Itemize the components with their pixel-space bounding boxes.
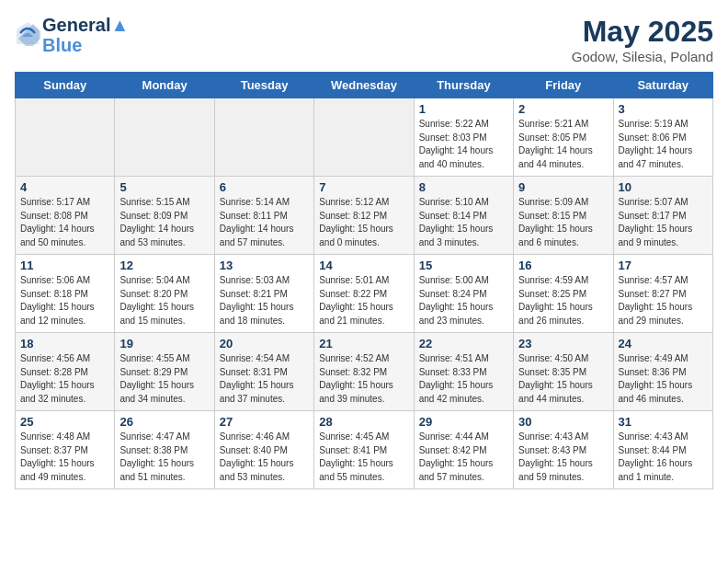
day-number: 25 bbox=[20, 415, 109, 429]
day-number: 6 bbox=[220, 180, 309, 194]
page-header: General▲ Blue May 2025 Godow, Silesia, P… bbox=[15, 15, 713, 64]
location: Godow, Silesia, Poland bbox=[572, 49, 713, 64]
day-cell bbox=[115, 98, 214, 177]
day-info: Sunrise: 4:55 AMSunset: 8:29 PMDaylight:… bbox=[119, 352, 209, 406]
week-row-3: 11Sunrise: 5:06 AMSunset: 8:18 PMDayligh… bbox=[16, 255, 713, 333]
day-number: 22 bbox=[419, 337, 508, 350]
day-number: 19 bbox=[119, 337, 209, 350]
weekday-header-row: SundayMondayTuesdayWednesdayThursdayFrid… bbox=[16, 73, 713, 98]
week-row-2: 4Sunrise: 5:17 AMSunset: 8:08 PMDaylight… bbox=[16, 177, 713, 255]
day-cell bbox=[16, 98, 115, 177]
day-info: Sunrise: 5:04 AMSunset: 8:20 PMDaylight:… bbox=[119, 274, 209, 327]
day-info: Sunrise: 4:45 AMSunset: 8:41 PMDaylight:… bbox=[319, 431, 408, 484]
day-cell: 30Sunrise: 4:43 AMSunset: 8:43 PMDayligh… bbox=[514, 411, 613, 489]
calendar-table: SundayMondayTuesdayWednesdayThursdayFrid… bbox=[15, 72, 713, 489]
day-info: Sunrise: 4:50 AMSunset: 8:35 PMDaylight:… bbox=[518, 352, 608, 406]
day-number: 9 bbox=[518, 180, 608, 194]
day-info: Sunrise: 4:59 AMSunset: 8:25 PMDaylight:… bbox=[518, 274, 608, 327]
day-cell: 21Sunrise: 4:52 AMSunset: 8:32 PMDayligh… bbox=[314, 333, 414, 411]
day-cell: 22Sunrise: 4:51 AMSunset: 8:33 PMDayligh… bbox=[414, 333, 513, 411]
day-cell: 12Sunrise: 5:04 AMSunset: 8:20 PMDayligh… bbox=[115, 255, 214, 333]
day-info: Sunrise: 5:14 AMSunset: 8:11 PMDaylight:… bbox=[220, 196, 309, 249]
day-cell: 11Sunrise: 5:06 AMSunset: 8:18 PMDayligh… bbox=[16, 255, 115, 333]
day-number: 8 bbox=[419, 180, 508, 194]
day-number: 16 bbox=[518, 259, 608, 272]
logo-icon bbox=[15, 20, 40, 46]
weekday-monday: Monday bbox=[115, 73, 214, 98]
day-number: 11 bbox=[20, 259, 109, 272]
day-info: Sunrise: 4:52 AMSunset: 8:32 PMDaylight:… bbox=[319, 352, 408, 406]
day-cell bbox=[314, 98, 414, 177]
day-info: Sunrise: 4:51 AMSunset: 8:33 PMDaylight:… bbox=[419, 352, 508, 406]
weekday-saturday: Saturday bbox=[613, 73, 712, 98]
day-number: 14 bbox=[319, 259, 408, 272]
day-cell: 16Sunrise: 4:59 AMSunset: 8:25 PMDayligh… bbox=[514, 255, 613, 333]
day-cell: 23Sunrise: 4:50 AMSunset: 8:35 PMDayligh… bbox=[514, 333, 613, 411]
month-title: May 2025 bbox=[572, 15, 713, 49]
day-cell: 10Sunrise: 5:07 AMSunset: 8:17 PMDayligh… bbox=[613, 177, 712, 255]
weekday-sunday: Sunday bbox=[16, 73, 115, 98]
day-cell: 8Sunrise: 5:10 AMSunset: 8:14 PMDaylight… bbox=[414, 177, 513, 255]
day-info: Sunrise: 5:00 AMSunset: 8:24 PMDaylight:… bbox=[419, 274, 508, 327]
day-number: 3 bbox=[619, 102, 708, 116]
day-info: Sunrise: 5:15 AMSunset: 8:09 PMDaylight:… bbox=[119, 196, 209, 249]
day-info: Sunrise: 4:46 AMSunset: 8:40 PMDaylight:… bbox=[220, 431, 309, 484]
day-info: Sunrise: 5:07 AMSunset: 8:17 PMDaylight:… bbox=[619, 196, 708, 249]
day-info: Sunrise: 4:49 AMSunset: 8:36 PMDaylight:… bbox=[619, 352, 708, 406]
day-cell: 25Sunrise: 4:48 AMSunset: 8:37 PMDayligh… bbox=[16, 411, 115, 489]
day-number: 29 bbox=[419, 415, 508, 429]
weekday-friday: Friday bbox=[514, 73, 613, 98]
week-row-5: 25Sunrise: 4:48 AMSunset: 8:37 PMDayligh… bbox=[16, 411, 713, 489]
day-cell: 7Sunrise: 5:12 AMSunset: 8:12 PMDaylight… bbox=[314, 177, 414, 255]
day-info: Sunrise: 5:22 AMSunset: 8:03 PMDaylight:… bbox=[419, 118, 508, 171]
day-cell: 1Sunrise: 5:22 AMSunset: 8:03 PMDaylight… bbox=[414, 98, 513, 177]
day-cell: 26Sunrise: 4:47 AMSunset: 8:38 PMDayligh… bbox=[115, 411, 214, 489]
logo: General▲ Blue bbox=[15, 15, 129, 55]
day-number: 21 bbox=[319, 337, 408, 350]
weekday-tuesday: Tuesday bbox=[214, 73, 313, 98]
week-row-1: 1Sunrise: 5:22 AMSunset: 8:03 PMDaylight… bbox=[16, 98, 713, 177]
day-number: 2 bbox=[518, 102, 608, 116]
day-cell: 17Sunrise: 4:57 AMSunset: 8:27 PMDayligh… bbox=[613, 255, 712, 333]
logo-text-line1: General▲ bbox=[42, 15, 129, 35]
day-cell: 2Sunrise: 5:21 AMSunset: 8:05 PMDaylight… bbox=[514, 98, 613, 177]
day-number: 24 bbox=[619, 337, 708, 350]
day-cell: 5Sunrise: 5:15 AMSunset: 8:09 PMDaylight… bbox=[115, 177, 214, 255]
day-info: Sunrise: 4:57 AMSunset: 8:27 PMDaylight:… bbox=[619, 274, 708, 327]
day-cell bbox=[214, 98, 313, 177]
day-number: 7 bbox=[319, 180, 408, 194]
day-cell: 20Sunrise: 4:54 AMSunset: 8:31 PMDayligh… bbox=[214, 333, 313, 411]
logo-text-line2: Blue bbox=[42, 35, 129, 55]
day-cell: 9Sunrise: 5:09 AMSunset: 8:15 PMDaylight… bbox=[514, 177, 613, 255]
day-info: Sunrise: 5:03 AMSunset: 8:21 PMDaylight:… bbox=[220, 274, 309, 327]
day-cell: 27Sunrise: 4:46 AMSunset: 8:40 PMDayligh… bbox=[214, 411, 313, 489]
day-cell: 4Sunrise: 5:17 AMSunset: 8:08 PMDaylight… bbox=[16, 177, 115, 255]
day-cell: 29Sunrise: 4:44 AMSunset: 8:42 PMDayligh… bbox=[414, 411, 513, 489]
day-number: 20 bbox=[220, 337, 309, 350]
day-info: Sunrise: 4:48 AMSunset: 8:37 PMDaylight:… bbox=[20, 431, 109, 484]
day-number: 30 bbox=[518, 415, 608, 429]
day-info: Sunrise: 5:09 AMSunset: 8:15 PMDaylight:… bbox=[518, 196, 608, 249]
day-cell: 3Sunrise: 5:19 AMSunset: 8:06 PMDaylight… bbox=[613, 98, 712, 177]
day-info: Sunrise: 5:10 AMSunset: 8:14 PMDaylight:… bbox=[419, 196, 508, 249]
day-number: 4 bbox=[20, 180, 109, 194]
day-number: 23 bbox=[518, 337, 608, 350]
day-number: 15 bbox=[419, 259, 508, 272]
day-number: 10 bbox=[619, 180, 708, 194]
day-number: 5 bbox=[119, 180, 209, 194]
day-info: Sunrise: 5:01 AMSunset: 8:22 PMDaylight:… bbox=[319, 274, 408, 327]
title-block: May 2025 Godow, Silesia, Poland bbox=[572, 15, 713, 64]
day-info: Sunrise: 4:56 AMSunset: 8:28 PMDaylight:… bbox=[20, 352, 109, 406]
weekday-thursday: Thursday bbox=[414, 73, 513, 98]
day-cell: 19Sunrise: 4:55 AMSunset: 8:29 PMDayligh… bbox=[115, 333, 214, 411]
day-number: 1 bbox=[419, 102, 508, 116]
day-info: Sunrise: 5:12 AMSunset: 8:12 PMDaylight:… bbox=[319, 196, 408, 249]
day-number: 13 bbox=[220, 259, 309, 272]
day-number: 28 bbox=[319, 415, 408, 429]
weekday-wednesday: Wednesday bbox=[314, 73, 414, 98]
day-info: Sunrise: 4:44 AMSunset: 8:42 PMDaylight:… bbox=[419, 431, 508, 484]
day-cell: 24Sunrise: 4:49 AMSunset: 8:36 PMDayligh… bbox=[613, 333, 712, 411]
day-number: 12 bbox=[119, 259, 209, 272]
day-cell: 14Sunrise: 5:01 AMSunset: 8:22 PMDayligh… bbox=[314, 255, 414, 333]
day-cell: 13Sunrise: 5:03 AMSunset: 8:21 PMDayligh… bbox=[214, 255, 313, 333]
